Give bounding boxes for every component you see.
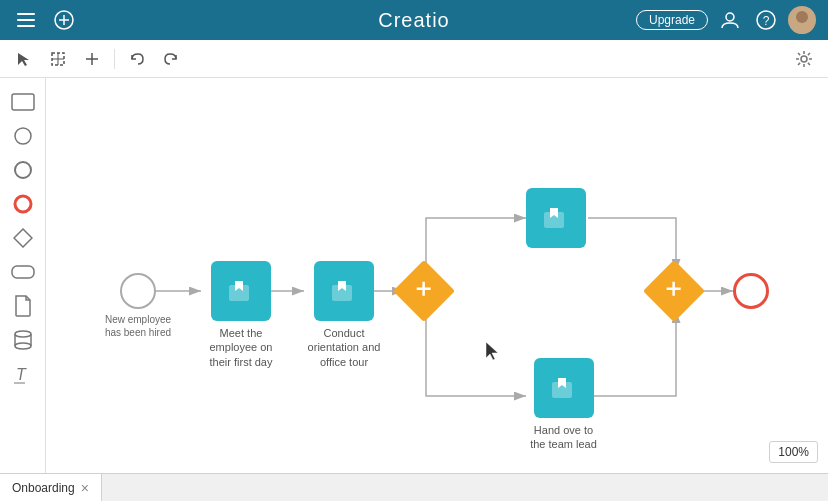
bottom-tabs: Onboarding × bbox=[0, 473, 828, 501]
shape-circle-filled[interactable] bbox=[9, 156, 37, 184]
svg-rect-17 bbox=[12, 94, 34, 110]
task4-node[interactable]: Hand ove to the team lead bbox=[526, 358, 601, 452]
shape-document[interactable] bbox=[9, 292, 37, 320]
gateway2-shape bbox=[643, 260, 705, 322]
start-label: New employee has been hired bbox=[103, 313, 173, 339]
svg-point-10 bbox=[796, 11, 808, 23]
tab-label: Onboarding bbox=[12, 481, 75, 495]
task1-node[interactable]: Meet the employee on their first day bbox=[201, 261, 281, 369]
undo-button[interactable] bbox=[123, 45, 151, 73]
toolbar-separator bbox=[114, 49, 115, 69]
zoom-indicator: 100% bbox=[769, 441, 818, 463]
menu-icon[interactable] bbox=[12, 6, 40, 34]
svg-point-6 bbox=[726, 13, 734, 21]
task3-box bbox=[526, 188, 586, 248]
app-title: Creatio bbox=[378, 9, 449, 31]
task2-box bbox=[314, 261, 374, 321]
end-event[interactable] bbox=[733, 273, 769, 309]
start-event[interactable]: New employee has been hired bbox=[103, 273, 173, 339]
svg-rect-22 bbox=[12, 266, 34, 278]
gateway1-node[interactable] bbox=[402, 269, 446, 313]
topbar: Creatio Upgrade ? bbox=[0, 0, 828, 40]
task2-node[interactable]: Conduct orientation and office tour bbox=[304, 261, 384, 369]
user-avatar[interactable] bbox=[788, 6, 816, 34]
svg-marker-21 bbox=[14, 229, 32, 247]
svg-point-20 bbox=[15, 196, 31, 212]
shape-text[interactable]: T bbox=[9, 360, 37, 388]
gateway2-icon bbox=[665, 280, 683, 303]
svg-point-23 bbox=[15, 331, 31, 337]
shape-rectangle[interactable] bbox=[9, 88, 37, 116]
svg-point-26 bbox=[15, 343, 31, 349]
svg-text:?: ? bbox=[763, 14, 770, 28]
cursor-indicator bbox=[484, 340, 504, 368]
user-icon[interactable] bbox=[716, 6, 744, 34]
shape-circle-outline[interactable] bbox=[9, 122, 37, 150]
select-tool[interactable] bbox=[10, 45, 38, 73]
task3-node[interactable] bbox=[526, 188, 586, 248]
svg-point-16 bbox=[801, 56, 807, 62]
shape-cylinder[interactable] bbox=[9, 326, 37, 354]
gateway1-shape bbox=[393, 260, 455, 322]
task1-label: Meet the employee on their first day bbox=[201, 326, 281, 369]
task1-box bbox=[211, 261, 271, 321]
end-circle-shape bbox=[733, 273, 769, 309]
left-sidebar: T bbox=[0, 78, 46, 473]
svg-rect-2 bbox=[17, 25, 35, 27]
canvas[interactable]: New employee has been hired Meet the emp… bbox=[46, 78, 828, 473]
svg-text:T: T bbox=[16, 366, 27, 383]
toolbar bbox=[0, 40, 828, 78]
tab-onboarding[interactable]: Onboarding × bbox=[0, 474, 102, 501]
svg-rect-0 bbox=[17, 13, 35, 15]
shape-diamond[interactable] bbox=[9, 224, 37, 252]
main-area: T bbox=[0, 78, 828, 473]
hand-tool[interactable] bbox=[78, 45, 106, 73]
settings-button[interactable] bbox=[790, 45, 818, 73]
help-icon[interactable]: ? bbox=[752, 6, 780, 34]
svg-point-9 bbox=[792, 24, 812, 34]
svg-point-19 bbox=[15, 162, 31, 178]
task2-label: Conduct orientation and office tour bbox=[304, 326, 384, 369]
redo-button[interactable] bbox=[157, 45, 185, 73]
gateway2-node[interactable] bbox=[652, 269, 696, 313]
shape-rounded-rect[interactable] bbox=[9, 258, 37, 286]
start-circle-shape bbox=[120, 273, 156, 309]
upgrade-button[interactable]: Upgrade bbox=[636, 10, 708, 30]
task4-box bbox=[534, 358, 594, 418]
task4-label: Hand ove to the team lead bbox=[526, 423, 601, 452]
zoom-level: 100% bbox=[778, 445, 809, 459]
tab-close-button[interactable]: × bbox=[81, 480, 89, 496]
svg-point-18 bbox=[15, 128, 31, 144]
svg-rect-1 bbox=[17, 19, 35, 21]
marquee-tool[interactable] bbox=[44, 45, 72, 73]
shape-circle-red[interactable] bbox=[9, 190, 37, 218]
add-icon[interactable] bbox=[50, 6, 78, 34]
gateway1-icon bbox=[415, 280, 433, 303]
